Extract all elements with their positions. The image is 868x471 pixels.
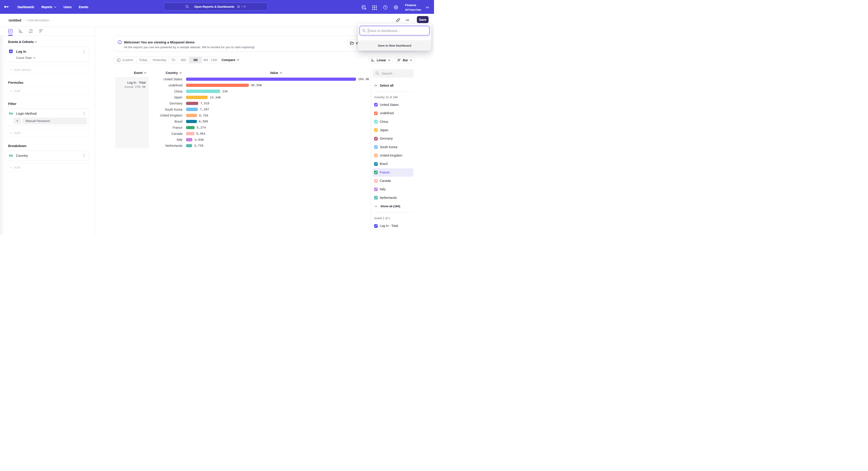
svg-text:?: ?	[384, 6, 386, 8]
